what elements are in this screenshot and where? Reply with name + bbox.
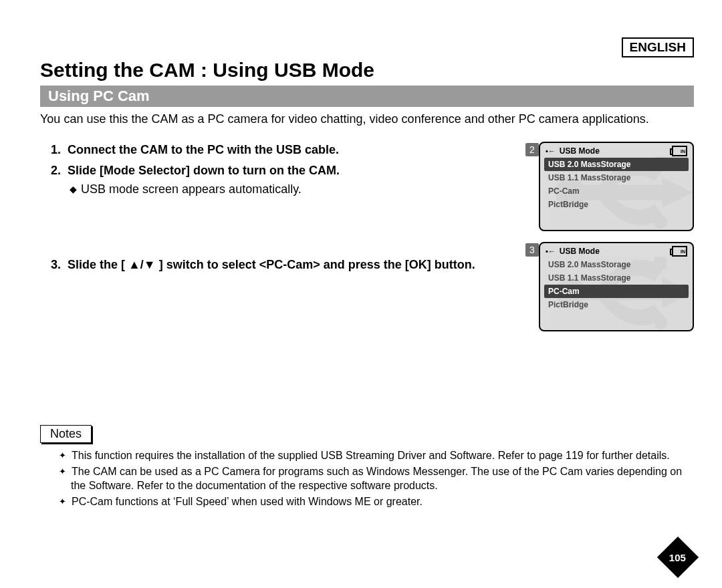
step-3-num: 3. [51, 258, 61, 271]
panel-2-wrap: 2 •← USB Mode IN [525, 142, 694, 231]
section-heading: Using PC Cam [40, 86, 694, 107]
lcd-3-header: •← USB Mode IN [540, 243, 693, 258]
usb-icon: •← [546, 247, 556, 255]
intro-text: You can use this the CAM as a PC camera … [40, 111, 694, 127]
note-2: The CAM can be used as a PC Camera for p… [59, 464, 694, 493]
lcd-3-title: USB Mode [560, 247, 600, 256]
in-badge-icon: IN [672, 246, 687, 257]
step-2-text: Slide [Mode Selector] down to turn on th… [68, 164, 340, 177]
in-badge-icon: IN [672, 146, 687, 156]
notes-list: This function requires the installation … [40, 448, 694, 508]
lcd-panel-3: •← USB Mode IN USB 2.0 MassStorage USB 1… [539, 242, 694, 331]
step-1: 1. Connect the CAM to the PC with the US… [40, 142, 512, 158]
menu-item-pccam[interactable]: PC-Cam [544, 184, 689, 198]
usb-icon: •← [546, 147, 556, 155]
menu-item-pictbridge[interactable]: PictBridge [544, 298, 689, 311]
notes-label: Notes [40, 425, 92, 443]
panel-2-badge: 2 [525, 143, 539, 156]
lcd-panel-2: •← USB Mode IN USB 2.0 MassStorage USB 1… [539, 142, 694, 231]
step-3-text: Slide the [ ▲/▼ ] switch to select <PC-C… [68, 258, 475, 271]
step-3: 3. Slide the [ ▲/▼ ] switch to select <P… [40, 257, 512, 273]
panel-3-badge: 3 [525, 243, 539, 257]
lcd-2-menu: USB 2.0 MassStorage USB 1.1 MassStorage … [540, 158, 693, 230]
step-2-num: 2. [51, 164, 61, 177]
language-badge: ENGLISH [622, 37, 694, 57]
menu-item-usb20[interactable]: USB 2.0 MassStorage [544, 158, 689, 171]
menu-item-pictbridge[interactable]: PictBridge [544, 198, 689, 211]
step-1-text: Connect the CAM to the PC with the USB c… [68, 143, 339, 156]
step-1-num: 1. [51, 143, 61, 156]
lcd-panels: 2 •← USB Mode IN [525, 142, 694, 331]
step-2-sub: USB mode screen appears automatically. [40, 182, 512, 196]
menu-item-pccam[interactable]: PC-Cam [544, 285, 689, 298]
panel-3-wrap: 3 •← USB Mode IN [525, 242, 694, 331]
page-title: Setting the CAM : Using USB Mode [40, 59, 694, 82]
note-1: This function requires the installation … [59, 448, 694, 463]
content-row: 1. Connect the CAM to the PC with the US… [40, 142, 694, 331]
menu-item-usb11[interactable]: USB 1.1 MassStorage [544, 271, 689, 285]
page-number-badge: 105 [657, 537, 699, 578]
menu-item-usb20[interactable]: USB 2.0 MassStorage [544, 258, 689, 271]
lcd-2-title: USB Mode [560, 146, 600, 156]
menu-item-usb11[interactable]: USB 1.1 MassStorage [544, 171, 689, 184]
lcd-2-header: •← USB Mode IN [540, 143, 693, 158]
step-2: 2. Slide [Mode Selector] down to turn on… [40, 162, 512, 178]
page-number: 105 [669, 552, 686, 563]
steps-column: 1. Connect the CAM to the PC with the US… [40, 142, 512, 277]
note-3: PC-Cam functions at ‘Full Speed’ when us… [59, 494, 694, 509]
lcd-3-menu: USB 2.0 MassStorage USB 1.1 MassStorage … [540, 258, 693, 330]
